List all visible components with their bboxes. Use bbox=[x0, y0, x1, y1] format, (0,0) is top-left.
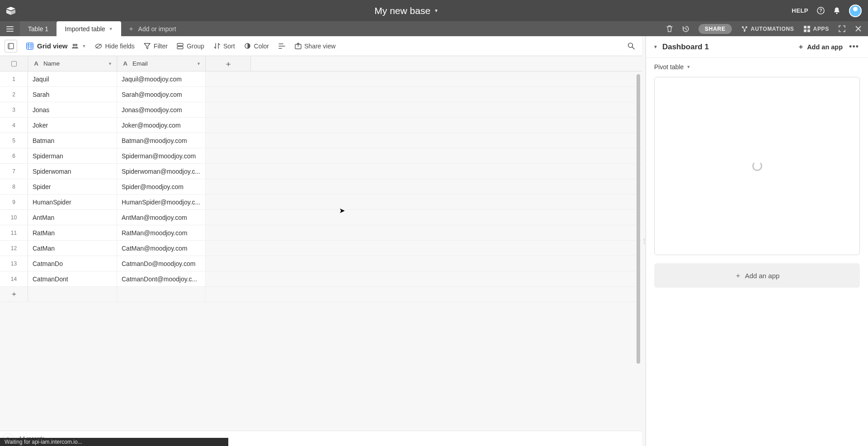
view-caret-icon[interactable]: ▼ bbox=[82, 44, 86, 48]
row-number[interactable]: 13 bbox=[0, 256, 28, 271]
cell-email[interactable]: Sarah@moodjoy.com bbox=[117, 87, 206, 102]
table-row[interactable]: 14CatmanDontCatmanDont@moodjoy.c... bbox=[0, 271, 642, 287]
cell-email[interactable]: RatMan@moodjoy.com bbox=[117, 225, 206, 240]
cell-name[interactable]: Spider bbox=[28, 179, 117, 194]
tab-caret-icon[interactable]: ▼ bbox=[109, 27, 113, 31]
cell-email[interactable]: Batman@moodjoy.com bbox=[117, 133, 206, 148]
cell-name[interactable]: Jonas bbox=[28, 102, 117, 117]
cell-email[interactable]: CatMan@moodjoy.com bbox=[117, 241, 206, 256]
cell-email[interactable]: Jaquil@moodjoy.com bbox=[117, 71, 206, 86]
table-row[interactable]: 1JaquilJaquil@moodjoy.com bbox=[0, 71, 642, 87]
add-app-block-button[interactable]: ＋ Add an app bbox=[654, 263, 860, 288]
collaborators-icon[interactable] bbox=[71, 43, 79, 50]
expand-icon[interactable] bbox=[838, 25, 845, 33]
cell-name[interactable]: Spiderwoman bbox=[28, 164, 117, 179]
row-number[interactable]: 1 bbox=[0, 71, 28, 86]
cell-email[interactable]: Jonas@moodjoy.com bbox=[117, 102, 206, 117]
cell-email[interactable]: Spiderman@moodjoy.com bbox=[117, 148, 206, 163]
cell-email[interactable]: Joker@moodjoy.com bbox=[117, 118, 206, 133]
table-row[interactable]: 6SpidermanSpiderman@moodjoy.com bbox=[0, 148, 642, 164]
search-icon[interactable] bbox=[627, 43, 635, 50]
grid-view-selector[interactable]: Grid view ▼ bbox=[26, 42, 86, 50]
pivot-table-canvas[interactable] bbox=[654, 77, 860, 255]
cell-email[interactable]: Spider@moodjoy.com bbox=[117, 179, 206, 194]
tab-table-1[interactable]: Table 1 bbox=[20, 21, 57, 36]
table-row[interactable]: 13CatmanDoCatmanDo@moodjoy.com bbox=[0, 256, 642, 271]
dashboard-caret-icon[interactable]: ▼ bbox=[653, 44, 658, 49]
help-icon[interactable]: ? bbox=[816, 7, 825, 15]
vertical-scrollbar[interactable] bbox=[636, 56, 641, 413]
pivot-caret-icon[interactable]: ▼ bbox=[686, 65, 690, 69]
add-or-import-button[interactable]: ＋ Add or import bbox=[121, 21, 183, 36]
sidebar-toggle-button[interactable] bbox=[0, 21, 20, 36]
cell-name[interactable]: AntMan bbox=[28, 210, 117, 225]
cell-name[interactable]: CatmanDo bbox=[28, 256, 117, 271]
pivot-table-app-header[interactable]: Pivot table ▼ bbox=[654, 63, 860, 71]
table-row[interactable]: 10AntManAntMan@moodjoy.com bbox=[0, 210, 642, 225]
cell-name[interactable]: Joker bbox=[28, 118, 117, 133]
row-number[interactable]: 6 bbox=[0, 148, 28, 163]
row-number[interactable]: 4 bbox=[0, 118, 28, 133]
hide-fields-button[interactable]: Hide fields bbox=[95, 43, 134, 50]
cell-email[interactable]: AntMan@moodjoy.com bbox=[117, 210, 206, 225]
dashboard-more-icon[interactable]: ••• bbox=[847, 42, 861, 52]
row-number[interactable]: 14 bbox=[0, 271, 28, 286]
cell-name[interactable]: RatMan bbox=[28, 225, 117, 240]
cell-name[interactable]: HumanSpider bbox=[28, 195, 117, 209]
close-panel-icon[interactable] bbox=[854, 25, 862, 33]
row-number[interactable]: 12 bbox=[0, 241, 28, 256]
filter-button[interactable]: Filter bbox=[144, 43, 168, 50]
color-button[interactable]: Color bbox=[244, 43, 269, 50]
row-number[interactable]: 10 bbox=[0, 210, 28, 225]
select-all-cell[interactable] bbox=[0, 56, 28, 71]
base-title-caret-icon[interactable]: ▼ bbox=[434, 8, 439, 13]
cell-name[interactable]: Sarah bbox=[28, 87, 117, 102]
column-menu-caret-icon[interactable]: ▼ bbox=[108, 62, 112, 66]
add-app-header-button[interactable]: ＋ Add an app bbox=[797, 43, 843, 51]
table-row[interactable]: 12CatManCatMan@moodjoy.com bbox=[0, 241, 642, 256]
column-header-name[interactable]: A Name ▼ bbox=[28, 56, 117, 71]
table-row[interactable]: 8SpiderSpider@moodjoy.com bbox=[0, 179, 642, 195]
row-height-button[interactable] bbox=[278, 43, 285, 50]
cell-name[interactable]: CatmanDont bbox=[28, 271, 117, 286]
row-number[interactable]: 11 bbox=[0, 225, 28, 240]
table-row[interactable]: 2SarahSarah@moodjoy.com bbox=[0, 87, 642, 102]
cell-email[interactable]: CatmanDo@moodjoy.com bbox=[117, 256, 206, 271]
group-button[interactable]: Group bbox=[177, 43, 204, 50]
table-row[interactable]: 3JonasJonas@moodjoy.com bbox=[0, 102, 642, 118]
column-menu-caret-icon[interactable]: ▼ bbox=[197, 62, 201, 66]
pane-resize-handle[interactable] bbox=[642, 36, 646, 446]
sort-button[interactable]: Sort bbox=[213, 43, 235, 50]
row-number[interactable]: 7 bbox=[0, 164, 28, 179]
add-column-button[interactable]: ＋ bbox=[206, 56, 251, 71]
table-row[interactable]: 7SpiderwomanSpiderwoman@moodjoy.c... bbox=[0, 164, 642, 179]
cell-email[interactable]: CatmanDont@moodjoy.c... bbox=[117, 271, 206, 286]
table-row[interactable]: 11RatManRatMan@moodjoy.com bbox=[0, 225, 642, 241]
cell-name[interactable]: Spiderman bbox=[28, 148, 117, 163]
cell-name[interactable]: Jaquil bbox=[28, 71, 117, 86]
apps-button[interactable]: APPS bbox=[803, 25, 829, 33]
view-sidebar-toggle[interactable] bbox=[5, 40, 17, 52]
automations-button[interactable]: AUTOMATIONS bbox=[741, 25, 794, 33]
app-logo[interactable] bbox=[0, 6, 21, 16]
share-view-button[interactable]: Share view bbox=[294, 43, 335, 50]
cell-email[interactable]: Spiderwoman@moodjoy.c... bbox=[117, 164, 206, 179]
tab-imported-table[interactable]: Imported table ▼ bbox=[57, 21, 121, 36]
select-all-checkbox[interactable] bbox=[11, 61, 17, 66]
table-row[interactable]: 5BatmanBatman@moodjoy.com bbox=[0, 133, 642, 148]
table-row[interactable]: 9HumanSpiderHumanSpider@moodjoy.c... bbox=[0, 195, 642, 210]
base-title[interactable]: My new base bbox=[374, 5, 430, 16]
cell-name[interactable]: CatMan bbox=[28, 241, 117, 256]
cell-name[interactable]: Batman bbox=[28, 133, 117, 148]
dashboard-title[interactable]: Dashboard 1 bbox=[662, 43, 709, 52]
history-icon[interactable] bbox=[682, 25, 689, 33]
row-number[interactable]: 2 bbox=[0, 87, 28, 102]
add-row-button[interactable]: ＋ bbox=[0, 287, 28, 302]
row-number[interactable]: 8 bbox=[0, 179, 28, 194]
row-number[interactable]: 9 bbox=[0, 195, 28, 209]
row-number[interactable]: 5 bbox=[0, 133, 28, 148]
help-link[interactable]: HELP bbox=[792, 7, 808, 14]
table-row[interactable]: 4JokerJoker@moodjoy.com bbox=[0, 118, 642, 133]
user-avatar[interactable] bbox=[849, 5, 862, 17]
cell-email[interactable]: HumanSpider@moodjoy.c... bbox=[117, 195, 206, 209]
